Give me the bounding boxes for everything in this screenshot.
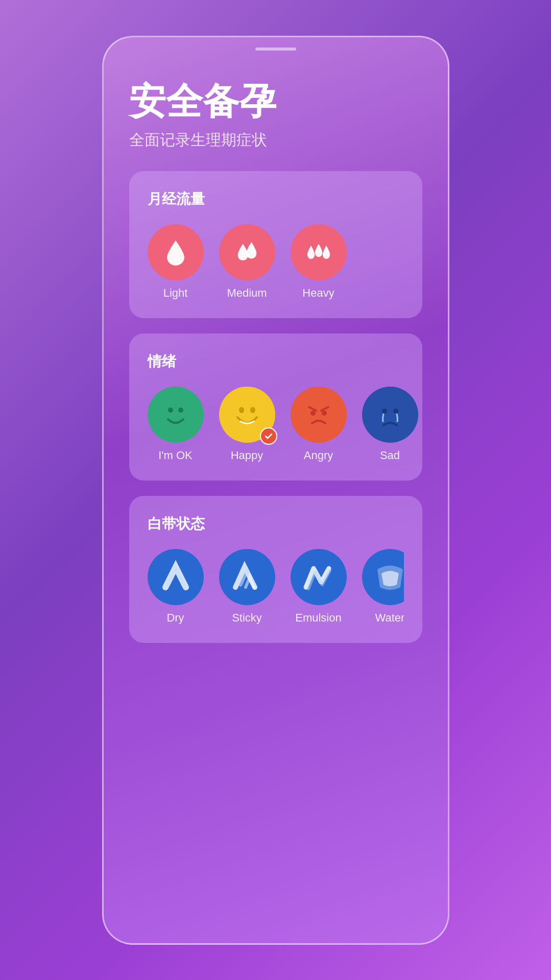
discharge-sticky-label: Sticky xyxy=(232,611,262,625)
happy-check-badge xyxy=(260,427,277,445)
svg-point-9 xyxy=(393,409,398,414)
svg-point-1 xyxy=(178,408,183,413)
flow-heavy-circle[interactable] xyxy=(291,224,347,280)
drop-heavy-icon xyxy=(306,238,331,266)
mood-ok-circle[interactable] xyxy=(148,387,204,443)
discharge-water-circle[interactable] xyxy=(362,549,404,605)
mood-sad-circle[interactable] xyxy=(362,387,418,443)
flow-item-heavy[interactable]: Heavy xyxy=(291,224,347,300)
flow-item-light[interactable]: Light xyxy=(148,224,204,300)
mood-card: 情绪 I'm OK xyxy=(129,333,422,481)
dry-discharge-icon xyxy=(158,559,194,595)
phone-frame: 安全备孕 全面记录生理期症状 月经流量 Light xyxy=(102,36,449,945)
drop-light-icon xyxy=(163,238,188,266)
flow-items-row: Light Medium xyxy=(148,224,404,300)
mood-ok-label: I'm OK xyxy=(158,449,193,462)
svg-point-6 xyxy=(310,411,316,416)
svg-point-2 xyxy=(239,407,244,413)
water-discharge-icon xyxy=(372,559,404,595)
mood-happy-circle[interactable] xyxy=(219,387,275,443)
svg-point-0 xyxy=(168,408,173,413)
main-content: 安全备孕 全面记录生理期症状 月经流量 Light xyxy=(104,51,448,923)
flow-item-medium[interactable]: Medium xyxy=(219,224,275,300)
svg-line-5 xyxy=(321,407,328,411)
discharge-items-row: Dry Sticky xyxy=(148,549,404,625)
mood-angry-circle[interactable] xyxy=(291,387,347,443)
discharge-card: 白带状态 Dry xyxy=(129,496,422,643)
discharge-card-title: 白带状态 xyxy=(148,514,404,534)
angry-emoji-icon xyxy=(301,397,337,433)
drop-medium-icon xyxy=(234,238,260,266)
discharge-item-water[interactable]: Water xyxy=(362,549,404,625)
discharge-item-emulsion[interactable]: Emulsion xyxy=(291,549,347,625)
sub-title: 全面记录生理期症状 xyxy=(129,130,422,151)
main-title: 安全备孕 xyxy=(129,81,422,122)
mood-sad-label: Sad xyxy=(380,449,400,462)
discharge-item-sticky[interactable]: Sticky xyxy=(219,549,275,625)
mood-happy-label: Happy xyxy=(231,449,263,462)
mood-items-row: I'm OK xyxy=(148,387,404,462)
title-section: 安全备孕 全面记录生理期症状 xyxy=(129,81,422,151)
discharge-dry-circle[interactable] xyxy=(148,549,204,605)
happy-emoji-icon xyxy=(229,397,265,433)
ok-emoji-icon xyxy=(158,397,194,433)
sad-emoji-icon xyxy=(372,397,408,433)
mood-item-angry[interactable]: Angry xyxy=(291,387,347,462)
discharge-emulsion-label: Emulsion xyxy=(295,611,341,625)
mood-item-happy[interactable]: Happy xyxy=(219,387,275,462)
flow-light-label: Light xyxy=(163,286,188,300)
mood-item-sad[interactable]: Sad xyxy=(362,387,418,462)
emulsion-discharge-icon xyxy=(301,559,337,595)
flow-medium-label: Medium xyxy=(227,286,267,300)
flow-heavy-label: Heavy xyxy=(302,286,334,300)
discharge-emulsion-circle[interactable] xyxy=(291,549,347,605)
discharge-item-dry[interactable]: Dry xyxy=(148,549,204,625)
flow-light-circle[interactable] xyxy=(148,224,204,280)
discharge-sticky-circle[interactable] xyxy=(219,549,275,605)
mood-card-title: 情绪 xyxy=(148,352,404,371)
flow-card-title: 月经流量 xyxy=(148,189,404,209)
flow-medium-circle[interactable] xyxy=(219,224,275,280)
svg-point-7 xyxy=(322,411,327,416)
discharge-water-label: Water xyxy=(375,611,404,625)
svg-line-4 xyxy=(309,407,316,411)
svg-point-3 xyxy=(250,407,255,413)
checkmark-icon xyxy=(264,432,273,441)
mood-angry-label: Angry xyxy=(304,449,333,462)
svg-point-8 xyxy=(382,409,387,414)
mood-item-ok[interactable]: I'm OK xyxy=(148,387,204,462)
sticky-discharge-icon xyxy=(229,559,265,595)
discharge-dry-label: Dry xyxy=(166,611,184,625)
flow-card: 月经流量 Light xyxy=(129,171,422,318)
